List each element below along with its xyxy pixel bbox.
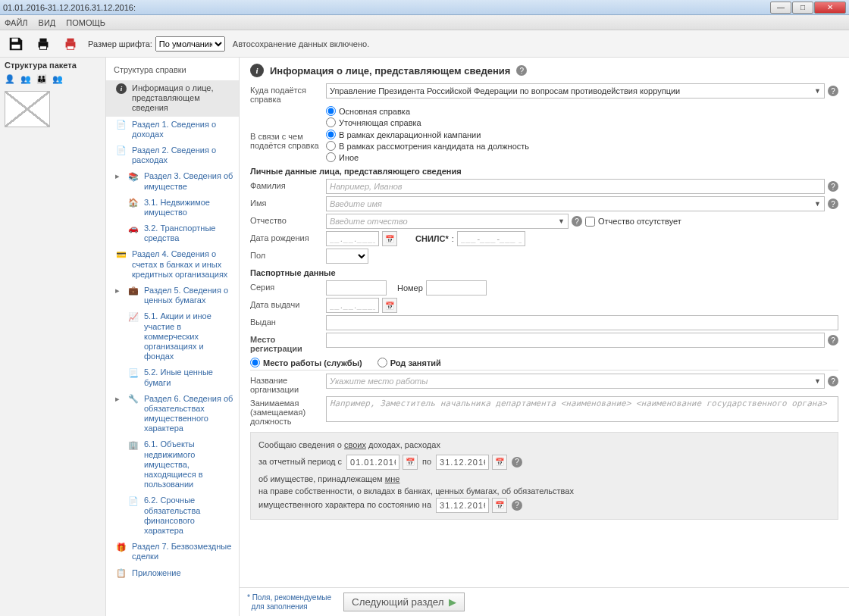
- reg-label: Место регистрации: [250, 333, 326, 353]
- calendar-icon[interactable]: 📅: [492, 455, 507, 470]
- radio-campaign[interactable]: [326, 130, 336, 139]
- help-icon[interactable]: ?: [828, 199, 838, 209]
- snils-input[interactable]: [457, 231, 525, 246]
- patr-input[interactable]: Введите отчество▼: [326, 214, 569, 229]
- nav-item-s7[interactable]: 🎁Раздел 7. Безвозмездные сделки: [106, 539, 239, 564]
- radio-workplace[interactable]: [250, 358, 260, 367]
- radio-correction[interactable]: [326, 117, 336, 127]
- print-icon[interactable]: [33, 34, 53, 54]
- gender-select[interactable]: [326, 249, 368, 264]
- calendar-icon[interactable]: 📅: [382, 298, 397, 313]
- number-input[interactable]: [426, 280, 487, 295]
- svg-rect-1: [12, 44, 20, 48]
- post-textarea[interactable]: [326, 396, 838, 422]
- surname-label: Фамилия: [250, 179, 326, 190]
- autosave-status: Автосохранение данных включено.: [233, 39, 369, 48]
- nav-item-s3-2[interactable]: 🚗3.2. Транспортные средства: [106, 220, 239, 246]
- window-maximize-button[interactable]: □: [792, 2, 813, 14]
- help-icon[interactable]: ?: [512, 500, 522, 511]
- svg-rect-6: [67, 38, 74, 42]
- dob-label: Дата рождения: [250, 231, 326, 242]
- dest-label: Куда подаётся справка: [250, 83, 326, 104]
- radio-other[interactable]: [326, 152, 336, 162]
- menu-view[interactable]: ВИД: [39, 18, 56, 27]
- menu-help[interactable]: ПОМОЩЬ: [66, 18, 105, 27]
- nav-item-s3[interactable]: ▸📚Раздел 3. Сведения об имуществе: [106, 168, 239, 194]
- date-from-input[interactable]: [346, 455, 399, 470]
- help-icon[interactable]: ?: [572, 216, 582, 227]
- chart-icon: 📈: [127, 311, 139, 322]
- nav-item-info[interactable]: iИнформация о лице, представляющем сведе…: [106, 80, 239, 117]
- menu-bar: ФАЙЛ ВИД ПОМОЩЬ: [0, 15, 849, 30]
- nav-item-s5-2[interactable]: 📃5.2. Иные ценные бумаги: [106, 364, 239, 390]
- svg-rect-0: [12, 38, 18, 42]
- footer-note: * Поля, рекомендуемые для заполнения: [247, 593, 331, 611]
- people-dots-icon[interactable]: 👥: [52, 74, 64, 86]
- dest-select[interactable]: Управление Президента Российской Федерац…: [326, 83, 825, 98]
- date-asof-input[interactable]: [436, 498, 489, 513]
- no-patr-checkbox[interactable]: [585, 217, 595, 227]
- radio-candidate[interactable]: [326, 141, 336, 151]
- help-icon[interactable]: ?: [512, 457, 522, 467]
- building-icon: 🏢: [127, 439, 139, 450]
- nav-item-appendix[interactable]: 📋Приложение: [106, 565, 239, 582]
- briefcase-icon: 💼: [127, 286, 139, 296]
- list-icon: 📋: [115, 568, 127, 579]
- passport-section-head: Паспортные данные: [250, 268, 838, 277]
- footer-bar: * Поля, рекомендуемые для заполнения Сле…: [240, 587, 849, 616]
- svg-rect-7: [67, 45, 74, 49]
- nav-item-s1[interactable]: 📄Раздел 1. Сведения о доходах: [106, 117, 239, 142]
- window-minimize-button[interactable]: —: [770, 2, 791, 14]
- dob-input[interactable]: [326, 231, 379, 246]
- issue-date-label: Дата выдачи: [250, 298, 326, 309]
- nav-item-s4[interactable]: 💳Раздел 4. Сведения о счетах в банках и …: [106, 246, 239, 283]
- nav-item-s5[interactable]: ▸💼Раздел 5. Сведения о ценных бумагах: [106, 283, 239, 308]
- help-icon[interactable]: ?: [516, 65, 527, 76]
- package-structure-title: Структура пакета: [5, 61, 101, 70]
- series-input[interactable]: [326, 280, 387, 295]
- document-icon: 📄: [115, 145, 127, 156]
- help-icon[interactable]: ?: [828, 335, 838, 346]
- next-section-button[interactable]: Следующий раздел▶: [343, 593, 465, 611]
- calendar-icon[interactable]: 📅: [492, 498, 507, 513]
- help-icon[interactable]: ?: [828, 181, 838, 192]
- nav-item-s2[interactable]: 📄Раздел 2. Сведения о расходах: [106, 142, 239, 168]
- save-icon[interactable]: [6, 34, 26, 54]
- issue-date-input[interactable]: [326, 298, 379, 313]
- nav-item-s3-1[interactable]: 🏠3.1. Недвижимое имущество: [106, 195, 239, 220]
- org-label: Название организации: [250, 374, 326, 394]
- person-icon[interactable]: 👤: [5, 74, 17, 86]
- radio-main[interactable]: [326, 106, 336, 116]
- person-plus-icon[interactable]: 👥: [20, 74, 33, 86]
- car-icon: 🚗: [127, 224, 139, 234]
- window-close-button[interactable]: ✕: [814, 2, 846, 14]
- font-size-label: Размер шрифта:: [88, 39, 152, 48]
- section-nav-panel: Структура справки iИнформация о лице, пр…: [106, 58, 240, 616]
- svg-rect-4: [39, 45, 46, 49]
- period-block: Сообщаю сведения о своих доходах, расход…: [250, 432, 838, 520]
- issued-by-input[interactable]: [326, 315, 838, 330]
- calendar-icon[interactable]: 📅: [382, 231, 397, 246]
- stack-icon: 📚: [127, 171, 139, 182]
- font-size-select[interactable]: По умолчанию: [155, 36, 225, 52]
- help-icon[interactable]: ?: [828, 376, 838, 386]
- document-icon: 📄: [115, 120, 127, 130]
- org-select[interactable]: Укажите место работы▼: [326, 374, 825, 389]
- nav-item-s6-1[interactable]: 🏢6.1. Объекты недвижимого имущества, нах…: [106, 436, 239, 492]
- thumbnail-placeholder: [5, 91, 50, 127]
- name-input[interactable]: Введите имя▼: [326, 196, 825, 211]
- print-color-icon[interactable]: [61, 34, 80, 54]
- surname-input[interactable]: [326, 179, 825, 194]
- help-icon[interactable]: ?: [828, 86, 838, 96]
- nav-item-s6[interactable]: ▸🔧Раздел 6. Сведения об обязательствах и…: [106, 391, 239, 437]
- date-to-input[interactable]: [436, 455, 489, 470]
- people-icon[interactable]: 👪: [36, 74, 49, 86]
- number-label: Номер: [397, 283, 423, 292]
- reg-input[interactable]: [326, 333, 825, 348]
- wrench-icon: 🔧: [127, 394, 139, 405]
- calendar-icon[interactable]: 📅: [403, 455, 418, 470]
- nav-item-s5-1[interactable]: 📈5.1. Акции и иное участие в коммерчески…: [106, 308, 239, 364]
- menu-file[interactable]: ФАЙЛ: [5, 18, 28, 27]
- nav-item-s6-2[interactable]: 📄6.2. Срочные обязательства финансового …: [106, 492, 239, 539]
- radio-occupation[interactable]: [378, 358, 387, 367]
